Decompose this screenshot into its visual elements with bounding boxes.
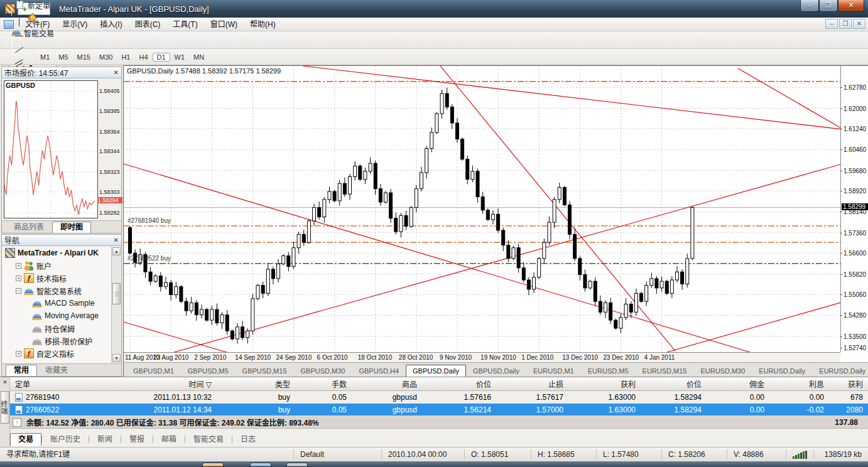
navigator-close-icon[interactable]: ✕ — [114, 237, 119, 244]
taskbar-button[interactable] — [250, 463, 271, 467]
column-header-0[interactable]: 定单 — [10, 378, 88, 389]
order-row-27681940[interactable]: 276819402011.01.13 10:32buy0.05gbpusd1.5… — [10, 391, 868, 404]
scrollbar-thumb[interactable] — [112, 283, 121, 304]
market-watch-tab-即时图[interactable]: 即时图 — [52, 222, 91, 233]
chart-tab-11-EURUSD,Daily[interactable]: EURUSD,Daily — [752, 365, 812, 377]
chart-tab-9-EURUSD,M15[interactable]: EURUSD,M15 — [636, 365, 694, 377]
column-header-1[interactable]: 时间 ▽ — [88, 378, 217, 389]
child-minimize-button[interactable]: – — [825, 19, 838, 29]
terminal-tab-新闻[interactable]: 新闻 — [89, 433, 121, 446]
menu-图表[interactable]: 图表(C) — [129, 20, 167, 29]
tree-item-智能交易系统[interactable]: −智能交易系统 — [3, 284, 111, 297]
menu-插入[interactable]: 插入(I) — [94, 20, 128, 29]
terminal-vertical-tab[interactable]: 终端 — [1, 391, 9, 424]
order-cell: 1.63000 — [568, 393, 641, 402]
market-watch-header[interactable]: 市场报价: 14:55:47 ✕ — [2, 67, 121, 78]
taskbar-button[interactable] — [286, 463, 308, 467]
tree-item-技术指标[interactable]: +ƒ技术指标 — [3, 272, 111, 284]
column-header-7[interactable]: 获利 — [568, 378, 641, 389]
period-m15-button[interactable]: M15 — [73, 53, 95, 62]
terminal-tab-日志[interactable]: 日志 — [232, 433, 264, 446]
column-header-8[interactable]: 价位 — [641, 378, 707, 389]
order-cell: -0.02 — [769, 405, 829, 414]
terminal-tab-警报[interactable]: 警报 — [121, 433, 153, 446]
navigator-tab-收藏夹[interactable]: 收藏夹 — [37, 365, 76, 376]
menu-帮助[interactable]: 帮助(H) — [244, 20, 282, 29]
tree-item-Moving Average[interactable]: Moving Average — [3, 309, 111, 322]
trendline-tool-button[interactable] — [9, 43, 30, 57]
terminal-close-icon[interactable]: ✕ — [1, 379, 9, 387]
chart-tab-5-GBPUSD,Daily[interactable]: GBPUSD,Daily — [406, 365, 466, 377]
chart-tab-6-GBPUSD,Daily[interactable]: GBPUSD,Daily — [466, 365, 526, 377]
navigator-scrollbar[interactable]: ▲ ▼ — [111, 247, 121, 363]
column-header-2[interactable]: 类型 — [217, 378, 295, 389]
column-header-10[interactable]: 利息 — [769, 378, 829, 389]
chart-tab-2-GBPUSD,M15[interactable]: GBPUSD,M15 — [236, 365, 294, 377]
column-header-11[interactable]: 获利 — [829, 378, 868, 389]
market-watch-close-icon[interactable]: ✕ — [114, 69, 119, 76]
menu-窗口[interactable]: 窗口(W) — [204, 20, 244, 29]
period-w1-button[interactable]: W1 — [170, 53, 190, 62]
navigator-tab-常用[interactable]: 常用 — [6, 365, 37, 376]
tree-item-MACD Sample[interactable]: MACD Sample — [3, 297, 111, 309]
tree-expander-icon[interactable]: + — [16, 276, 21, 281]
status-bar: 寻求帮助,请按F1键 Default2010.10.04 00:00O: 1.5… — [0, 447, 868, 461]
column-header-5[interactable]: 价位 — [422, 378, 496, 389]
scroll-down-icon[interactable]: ▼ — [112, 354, 121, 362]
tree-expander-icon[interactable]: + — [16, 351, 21, 357]
menu-显示[interactable]: 显示(V) — [56, 20, 94, 29]
price-chart[interactable] — [124, 66, 840, 352]
order-row-27660522[interactable]: 276605222011.01.12 14:34buy0.05gbpusd1.5… — [10, 404, 868, 416]
terminal-tab-智能交易[interactable]: 智能交易 — [185, 433, 232, 446]
tree-item-账户[interactable]: +账户 — [3, 259, 111, 272]
taskbar-button[interactable] — [202, 463, 224, 467]
scroll-up-icon[interactable]: ▲ — [112, 247, 121, 255]
crosshair-tool-button[interactable]: + — [9, 0, 30, 7]
taskbar-strip[interactable] — [0, 461, 868, 467]
restore-button[interactable]: ❐ — [819, 0, 838, 12]
date-axis[interactable]: 11 Aug 201023 Aug 20102 Sep 201014 Sep 2… — [124, 352, 840, 362]
period-m30-button[interactable]: M30 — [95, 53, 117, 62]
close-button[interactable]: ✕ — [838, 0, 864, 12]
horizontal-line-tool-button[interactable] — [9, 30, 30, 43]
price-axis[interactable]: 1.627801.620001.612401.604601.596801.589… — [840, 66, 868, 352]
market-watch-tab-商品列表[interactable]: 商品列表 — [6, 222, 52, 233]
tree-expander-icon[interactable]: − — [16, 288, 21, 294]
tree-expander-icon[interactable]: + — [16, 263, 21, 269]
tree-item-MetaTrader - Alpari UK[interactable]: MetaTrader - Alpari UK — [3, 247, 111, 259]
orders-header-row[interactable]: 定单时间 ▽类型手数商品价位止损获利价位佣金利息获利 — [10, 377, 868, 391]
terminal-tab-交易[interactable]: 交易 — [10, 433, 41, 446]
chart-tab-0-GBPUSD,M1[interactable]: GBPUSD,M1 — [126, 365, 181, 377]
period-m1-button[interactable]: M1 — [36, 53, 54, 62]
chart-tab-3-GBPUSD,M30[interactable]: GBPUSD,M30 — [294, 365, 352, 377]
chart-tab-8-EURUSD,M5[interactable]: EURUSD,M5 — [581, 365, 636, 377]
tick-scale-label: 1.58323 — [99, 169, 120, 175]
minimize-button[interactable]: – — [800, 0, 819, 12]
tree-item-持仓保姆[interactable]: 持仓保姆 — [3, 322, 111, 335]
tree-item-自定义指标[interactable]: +ƒ自定义指标 — [3, 347, 111, 360]
tick-chart[interactable] — [4, 80, 98, 218]
column-header-4[interactable]: 商品 — [352, 378, 422, 389]
column-header-3[interactable]: 手数 — [295, 378, 352, 389]
navigator-header[interactable]: 导航 ✕ — [2, 235, 121, 246]
chart-tab-10-EURUSD,M30[interactable]: EURUSD,M30 — [693, 365, 752, 377]
child-close-button[interactable]: ✕ — [853, 19, 865, 29]
period-mn-button[interactable]: MN — [189, 53, 209, 62]
child-restore-button[interactable]: ❐ — [839, 19, 852, 29]
chart-tab-7-EURUSD,M1[interactable]: EURUSD,M1 — [526, 365, 581, 377]
terminal-tab-邮箱[interactable]: 邮箱 — [153, 433, 185, 446]
column-header-9[interactable]: 佣金 — [707, 378, 769, 389]
period-m5-button[interactable]: M5 — [54, 53, 72, 62]
terminal-tab-账户历史[interactable]: 账户历史 — [42, 433, 89, 446]
menu-工具[interactable]: 工具(T) — [166, 20, 203, 29]
period-d1-button[interactable]: D1 — [153, 53, 170, 62]
vertical-line-tool-button[interactable] — [9, 16, 30, 30]
tree-item-移损-限价保护[interactable]: 移损-限价保护 — [3, 335, 111, 347]
chart-tab-4-GBPUSD,H4[interactable]: GBPUSD,H4 — [352, 365, 406, 377]
column-header-6[interactable]: 止损 — [496, 378, 568, 389]
period-h1-button[interactable]: H1 — [117, 53, 134, 62]
chart-tab-12-EURUSD,Daily[interactable]: EURUSD,Daily — [812, 365, 868, 377]
chart-tab-1-GBPUSD,M5[interactable]: GBPUSD,M5 — [181, 365, 236, 377]
title-bar[interactable]: MetaTrader - Alpari UK - [GBPUSD,Daily] … — [0, 0, 868, 18]
period-h4-button[interactable]: H4 — [134, 53, 152, 62]
